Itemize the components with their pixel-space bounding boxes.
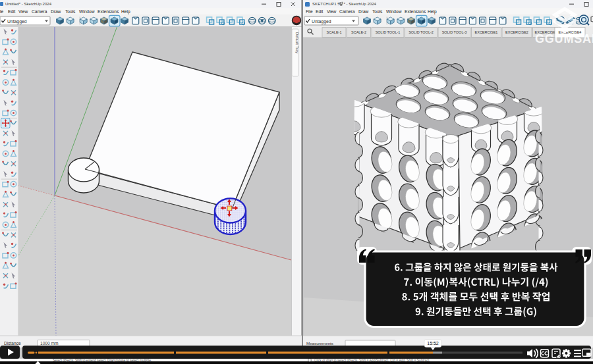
svg-text:Untitled* - SketchUp 2024: Untitled* - SketchUp 2024 (5, 1, 52, 6)
svg-text:15:52: 15:52 (427, 341, 439, 346)
svg-text:Distance: Distance (4, 341, 21, 346)
svg-text:EXCERCISE2: EXCERCISE2 (505, 30, 528, 34)
svg-text:Edit: Edit (316, 9, 324, 14)
svg-text:Draw: Draw (358, 9, 369, 14)
svg-text:EXCERCISE1: EXCERCISE1 (475, 30, 498, 34)
svg-text:View: View (18, 9, 28, 14)
svg-text:Untagged: Untagged (312, 19, 331, 24)
svg-text:Tools: Tools (372, 9, 383, 14)
svg-text:View: View (327, 9, 336, 14)
svg-text:SKETCHUP1 5: SKETCHUP1 5 (312, 1, 340, 6)
svg-text:SOLID TOOL-2: SOLID TOOL-2 (409, 30, 434, 34)
svg-text:Untagged: Untagged (7, 19, 27, 24)
svg-text:Window: Window (79, 9, 95, 14)
svg-text:Default Tray: Default Tray (295, 32, 299, 53)
svg-text:GGUMSARA: GGUMSARA (535, 32, 593, 45)
svg-text:Edit: Edit (8, 9, 16, 14)
svg-text:1000 mm: 1000 mm (40, 341, 59, 346)
svg-text:Camera: Camera (32, 9, 47, 14)
svg-text:File: File (306, 9, 313, 14)
svg-text:Measurements: Measurements (306, 341, 333, 346)
svg-text:Extensions: Extensions (405, 9, 426, 14)
svg-text:SCALE-1: SCALE-1 (327, 30, 342, 34)
svg-text:Tools: Tools (65, 9, 76, 14)
svg-text:Draw: Draw (51, 9, 61, 14)
svg-text:Camera: Camera (339, 9, 355, 14)
svg-text:Extensions: Extensions (98, 9, 119, 14)
svg-text:SOLID TOOL-3: SOLID TOOL-3 (442, 30, 467, 34)
svg-text:* - SketchUp 2024: * - SketchUp 2024 (344, 1, 377, 6)
svg-text:SCALE-2: SCALE-2 (351, 30, 366, 34)
svg-text:Help: Help (428, 9, 437, 14)
svg-text:Help: Help (121, 9, 130, 14)
svg-text:le: le (0, 9, 3, 14)
svg-text:Window: Window (386, 9, 402, 14)
svg-text:SOLID TOOL-1: SOLID TOOL-1 (376, 30, 401, 34)
